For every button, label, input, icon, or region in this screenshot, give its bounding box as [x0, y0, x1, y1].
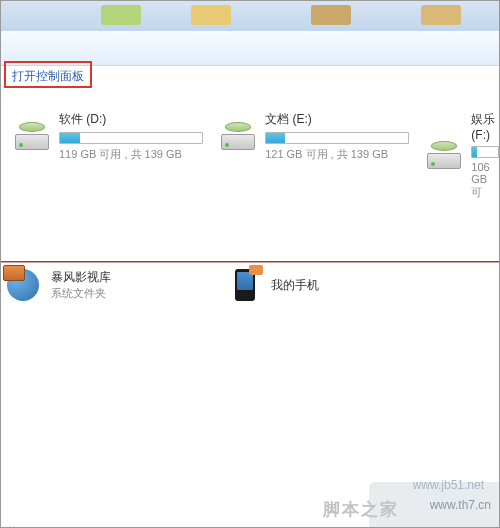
drive-e[interactable]: 文档 (E:) 121 GB 可用 , 共 139 GB [221, 111, 409, 200]
item-my-phone[interactable]: 我的手机 [227, 267, 427, 303]
titlebar-accent [311, 5, 351, 25]
hard-drive-icon [221, 124, 255, 150]
window-titlebar [1, 1, 499, 31]
drive-free-text: 121 GB 可用 , 共 139 GB [265, 147, 409, 162]
drive-usage-bar [265, 132, 409, 144]
drive-label: 娱乐 (F:) [471, 111, 499, 142]
item-label: 我的手机 [271, 277, 319, 294]
titlebar-accent [421, 5, 461, 25]
open-control-panel-link[interactable]: 打开控制面板 [12, 69, 84, 83]
drive-f[interactable]: 娱乐 (F:) 106 GB 可 [427, 111, 499, 200]
drive-usage-bar [471, 146, 499, 158]
item-sublabel: 系统文件夹 [51, 286, 111, 301]
drive-label: 软件 (D:) [59, 111, 203, 128]
highlight-annotation: 打开控制面板 [4, 61, 92, 88]
drives-section: 软件 (D:) 119 GB 可用 , 共 139 GB 文档 (E:) 121… [1, 111, 499, 200]
hard-drive-icon [15, 124, 49, 150]
hard-drive-icon [427, 143, 461, 169]
watermark-text: www.jb51.net [413, 478, 484, 492]
phone-icon [227, 267, 263, 303]
drive-free-text: 106 GB 可 [471, 161, 499, 200]
drive-d[interactable]: 软件 (D:) 119 GB 可用 , 共 139 GB [15, 111, 203, 200]
drive-label: 文档 (E:) [265, 111, 409, 128]
item-label: 暴风影视库 [51, 269, 111, 286]
drive-usage-bar [59, 132, 203, 144]
watermark-text: www.th7.cn [430, 498, 491, 512]
watermark-text: 脚本之家 [323, 498, 399, 521]
item-baofeng[interactable]: 暴风影视库 系统文件夹 [7, 267, 207, 303]
drive-free-text: 119 GB 可用 , 共 139 GB [59, 147, 203, 162]
other-items-section: 暴风影视库 系统文件夹 我的手机 [7, 267, 499, 303]
globe-folder-icon [7, 267, 43, 303]
section-divider [1, 262, 499, 263]
